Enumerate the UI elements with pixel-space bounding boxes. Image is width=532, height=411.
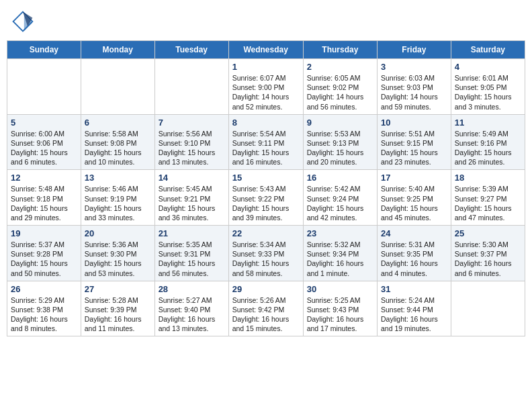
date-number: 18 (455, 173, 521, 183)
day-header-sunday: Sunday (7, 41, 81, 59)
cell-content: Sunrise: 5:56 AM Sunset: 9:10 PM Dayligh… (159, 129, 225, 167)
calendar-cell: 11Sunrise: 5:49 AM Sunset: 9:16 PM Dayli… (451, 114, 525, 170)
cell-content: Sunrise: 5:36 AM Sunset: 9:30 PM Dayligh… (85, 240, 151, 278)
cell-content: Sunrise: 5:43 AM Sunset: 9:22 PM Dayligh… (232, 184, 300, 222)
date-number: 29 (232, 284, 300, 294)
calendar-cell: 3Sunrise: 6:03 AM Sunset: 9:03 PM Daylig… (378, 59, 451, 115)
date-number: 12 (11, 173, 77, 183)
cell-content: Sunrise: 6:07 AM Sunset: 9:00 PM Dayligh… (232, 73, 300, 111)
calendar-cell: 16Sunrise: 5:42 AM Sunset: 9:24 PM Dayli… (303, 170, 377, 226)
calendar-table: SundayMondayTuesdayWednesdayThursdayFrid… (7, 40, 525, 336)
day-header-thursday: Thursday (303, 41, 377, 59)
calendar-cell: 19Sunrise: 5:37 AM Sunset: 9:28 PM Dayli… (7, 226, 81, 281)
calendar-cell: 5Sunrise: 6:00 AM Sunset: 9:06 PM Daylig… (7, 114, 81, 170)
calendar-cell: 2Sunrise: 6:05 AM Sunset: 9:02 PM Daylig… (303, 59, 377, 115)
cell-content: Sunrise: 5:31 AM Sunset: 9:35 PM Dayligh… (381, 240, 447, 278)
header (7, 7, 525, 36)
cell-content: Sunrise: 5:35 AM Sunset: 9:31 PM Dayligh… (159, 240, 225, 278)
day-header-tuesday: Tuesday (154, 41, 228, 59)
date-number: 26 (11, 284, 77, 294)
date-number: 16 (307, 173, 373, 183)
calendar-cell: 15Sunrise: 5:43 AM Sunset: 9:22 PM Dayli… (228, 170, 303, 226)
day-header-friday: Friday (378, 41, 451, 59)
calendar-cell: 25Sunrise: 5:30 AM Sunset: 9:37 PM Dayli… (451, 226, 525, 281)
date-number: 27 (85, 284, 151, 294)
calendar-cell: 21Sunrise: 5:35 AM Sunset: 9:31 PM Dayli… (154, 226, 228, 281)
date-number: 6 (85, 118, 151, 128)
cell-content: Sunrise: 5:24 AM Sunset: 9:44 PM Dayligh… (381, 295, 447, 334)
day-header-monday: Monday (81, 41, 154, 59)
day-header-saturday: Saturday (451, 41, 525, 59)
cell-content: Sunrise: 5:45 AM Sunset: 9:21 PM Dayligh… (159, 184, 225, 222)
date-number: 22 (232, 228, 300, 238)
calendar-cell: 28Sunrise: 5:27 AM Sunset: 9:40 PM Dayli… (154, 281, 228, 336)
cell-content: Sunrise: 5:51 AM Sunset: 9:15 PM Dayligh… (381, 129, 447, 167)
date-number: 13 (85, 173, 151, 183)
calendar-cell: 27Sunrise: 5:28 AM Sunset: 9:39 PM Dayli… (81, 281, 154, 336)
calendar-cell: 6Sunrise: 5:58 AM Sunset: 9:08 PM Daylig… (81, 114, 154, 170)
cell-content: Sunrise: 5:53 AM Sunset: 9:13 PM Dayligh… (307, 129, 373, 167)
cell-content: Sunrise: 5:49 AM Sunset: 9:16 PM Dayligh… (455, 129, 521, 167)
date-number: 4 (455, 62, 521, 72)
cell-content: Sunrise: 5:29 AM Sunset: 9:38 PM Dayligh… (11, 295, 77, 334)
date-number: 19 (11, 228, 77, 238)
cell-content: Sunrise: 5:40 AM Sunset: 9:25 PM Dayligh… (381, 184, 447, 222)
date-number: 14 (159, 173, 225, 183)
cell-content: Sunrise: 5:30 AM Sunset: 9:37 PM Dayligh… (455, 240, 521, 278)
date-number: 1 (232, 62, 300, 72)
cell-content: Sunrise: 5:26 AM Sunset: 9:42 PM Dayligh… (232, 295, 300, 334)
cell-content: Sunrise: 5:58 AM Sunset: 9:08 PM Dayligh… (85, 129, 151, 167)
date-number: 8 (232, 118, 300, 128)
date-number: 2 (307, 62, 373, 72)
date-number: 7 (159, 118, 225, 128)
calendar-cell: 1Sunrise: 6:07 AM Sunset: 9:00 PM Daylig… (228, 59, 303, 115)
cell-content: Sunrise: 5:32 AM Sunset: 9:34 PM Dayligh… (307, 240, 373, 278)
date-number: 24 (381, 228, 447, 238)
calendar-cell: 14Sunrise: 5:45 AM Sunset: 9:21 PM Dayli… (154, 170, 228, 226)
calendar-cell (81, 59, 154, 115)
date-number: 15 (232, 173, 300, 183)
date-number: 31 (381, 284, 447, 294)
logo (11, 9, 38, 34)
date-number: 20 (85, 228, 151, 238)
calendar-cell: 30Sunrise: 5:25 AM Sunset: 9:43 PM Dayli… (303, 281, 377, 336)
calendar-cell (154, 59, 228, 115)
cell-content: Sunrise: 5:28 AM Sunset: 9:39 PM Dayligh… (85, 295, 151, 334)
calendar-cell (7, 59, 81, 115)
calendar-cell (451, 281, 525, 336)
date-number: 25 (455, 228, 521, 238)
cell-content: Sunrise: 5:34 AM Sunset: 9:33 PM Dayligh… (232, 240, 300, 278)
cell-content: Sunrise: 6:05 AM Sunset: 9:02 PM Dayligh… (307, 73, 373, 111)
day-header-wednesday: Wednesday (228, 41, 303, 59)
calendar-cell: 13Sunrise: 5:46 AM Sunset: 9:19 PM Dayli… (81, 170, 154, 226)
cell-content: Sunrise: 5:46 AM Sunset: 9:19 PM Dayligh… (85, 184, 151, 222)
date-number: 3 (381, 62, 447, 72)
calendar-cell: 23Sunrise: 5:32 AM Sunset: 9:34 PM Dayli… (303, 226, 377, 281)
calendar-cell: 20Sunrise: 5:36 AM Sunset: 9:30 PM Dayli… (81, 226, 154, 281)
cell-content: Sunrise: 5:37 AM Sunset: 9:28 PM Dayligh… (11, 240, 77, 278)
date-number: 5 (11, 118, 77, 128)
cell-content: Sunrise: 5:39 AM Sunset: 9:27 PM Dayligh… (455, 184, 521, 222)
cell-content: Sunrise: 5:27 AM Sunset: 9:40 PM Dayligh… (159, 295, 225, 334)
calendar-cell: 26Sunrise: 5:29 AM Sunset: 9:38 PM Dayli… (7, 281, 81, 336)
date-number: 30 (307, 284, 373, 294)
calendar-cell: 22Sunrise: 5:34 AM Sunset: 9:33 PM Dayli… (228, 226, 303, 281)
cell-content: Sunrise: 5:25 AM Sunset: 9:43 PM Dayligh… (307, 295, 373, 334)
date-number: 28 (159, 284, 225, 294)
date-number: 10 (381, 118, 447, 128)
calendar-cell: 18Sunrise: 5:39 AM Sunset: 9:27 PM Dayli… (451, 170, 525, 226)
calendar-cell: 10Sunrise: 5:51 AM Sunset: 9:15 PM Dayli… (378, 114, 451, 170)
date-number: 17 (381, 173, 447, 183)
date-number: 21 (159, 228, 225, 238)
date-number: 23 (307, 228, 373, 238)
calendar-cell: 17Sunrise: 5:40 AM Sunset: 9:25 PM Dayli… (378, 170, 451, 226)
calendar-cell: 12Sunrise: 5:48 AM Sunset: 9:18 PM Dayli… (7, 170, 81, 226)
calendar-cell: 9Sunrise: 5:53 AM Sunset: 9:13 PM Daylig… (303, 114, 377, 170)
logo-icon (11, 9, 35, 34)
cell-content: Sunrise: 6:00 AM Sunset: 9:06 PM Dayligh… (11, 129, 77, 167)
date-number: 11 (455, 118, 521, 128)
calendar-cell: 24Sunrise: 5:31 AM Sunset: 9:35 PM Dayli… (378, 226, 451, 281)
cell-content: Sunrise: 6:01 AM Sunset: 9:05 PM Dayligh… (455, 73, 521, 111)
calendar-cell: 29Sunrise: 5:26 AM Sunset: 9:42 PM Dayli… (228, 281, 303, 336)
cell-content: Sunrise: 6:03 AM Sunset: 9:03 PM Dayligh… (381, 73, 447, 111)
